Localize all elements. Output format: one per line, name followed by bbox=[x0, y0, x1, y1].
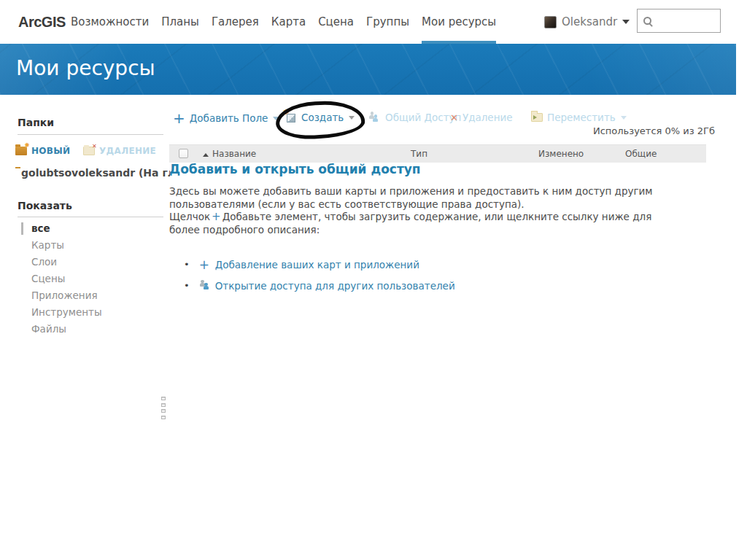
divider bbox=[18, 134, 163, 135]
items-table-header: Название Тип Изменено Общие bbox=[169, 144, 706, 163]
nav-item-my-content[interactable]: Мои ресурсы bbox=[422, 0, 496, 44]
delete-folder-button[interactable]: ✕ УДАЛЕНИЕ bbox=[83, 146, 156, 156]
main-nav: Возможности Планы Галерея Карта Сцена Гр… bbox=[71, 0, 508, 44]
move-button[interactable]: Переместить bbox=[531, 112, 627, 123]
create-button[interactable]: ✱ Создать bbox=[285, 112, 355, 123]
nav-item-map[interactable]: Карта bbox=[271, 0, 306, 44]
plus-icon: + bbox=[173, 112, 185, 125]
divider bbox=[18, 217, 163, 217]
folders-heading: Папки bbox=[18, 117, 54, 128]
column-header-title[interactable]: Название bbox=[203, 149, 256, 159]
search-input[interactable] bbox=[656, 15, 717, 26]
add-item-button[interactable]: + Добавить Поле bbox=[173, 112, 279, 125]
move-folder-icon bbox=[531, 113, 543, 122]
column-header-modified[interactable]: Изменено bbox=[538, 149, 584, 159]
page-banner: Мои ресурсы bbox=[0, 44, 736, 95]
placeholder-dots-decoration bbox=[161, 397, 166, 421]
plus-icon: + bbox=[210, 210, 222, 223]
new-folder-icon: ✸ bbox=[15, 147, 27, 155]
top-nav-bar: ArcGIS Возможности Планы Галерея Карта С… bbox=[0, 0, 747, 44]
add-maps-apps-link[interactable]: Добавление ваших карт и приложений bbox=[215, 259, 419, 271]
list-item: • + Добавление ваших карт и приложений bbox=[184, 254, 455, 275]
filter-files[interactable]: Файлы bbox=[21, 323, 102, 340]
column-header-type[interactable]: Тип bbox=[411, 149, 427, 159]
column-header-shared[interactable]: Общие bbox=[625, 149, 657, 159]
bullet: • bbox=[184, 259, 190, 270]
nav-item-plans[interactable]: Планы bbox=[161, 0, 199, 44]
description-paragraph-2: Щелчок+Добавьте элемент, чтобы загрузить… bbox=[169, 211, 680, 236]
filter-apps[interactable]: Приложения bbox=[21, 289, 102, 306]
sort-asc-icon bbox=[203, 153, 209, 157]
bullet: • bbox=[184, 280, 190, 291]
show-heading: Показать bbox=[18, 200, 72, 211]
new-folder-button[interactable]: ✸ НОВЫЙ bbox=[15, 146, 70, 156]
search-icon bbox=[643, 17, 651, 25]
page-title: Мои ресурсы bbox=[16, 56, 155, 80]
chevron-down-icon bbox=[349, 116, 355, 120]
chevron-down-icon bbox=[621, 116, 627, 120]
avatar bbox=[544, 16, 557, 28]
create-icon: ✱ bbox=[285, 112, 297, 123]
chevron-down-icon bbox=[273, 117, 279, 120]
filter-maps[interactable]: Карты bbox=[21, 239, 102, 256]
username: Oleksandr bbox=[562, 15, 617, 28]
share-button[interactable]: Общий Доступ bbox=[368, 112, 461, 123]
storage-usage-text: Используется 0% из 2Гб bbox=[593, 125, 715, 136]
search-box[interactable] bbox=[637, 9, 721, 33]
folder-item-root[interactable]: golubtsovoleksandr (На гл bbox=[15, 167, 170, 179]
user-menu[interactable]: Oleksandr bbox=[544, 0, 630, 44]
list-item: • Открытие доступа для других пользовате… bbox=[184, 275, 455, 296]
share-users-icon bbox=[199, 280, 211, 291]
delete-x-icon: ✕ bbox=[450, 112, 458, 123]
share-users-icon bbox=[368, 112, 381, 123]
empty-state-description: Здесь вы можете добавить ваши карты и пр… bbox=[169, 185, 680, 236]
description-paragraph-1: Здесь вы можете добавить ваши карты и пр… bbox=[169, 185, 680, 211]
empty-state-heading: Добавить и открыть общий доступ bbox=[169, 162, 421, 176]
filter-scenes[interactable]: Сцены bbox=[21, 273, 102, 289]
filter-tools[interactable]: Инструменты bbox=[21, 306, 102, 323]
nav-item-scene[interactable]: Сцена bbox=[318, 0, 354, 44]
nav-item-features[interactable]: Возможности bbox=[71, 0, 149, 44]
add-icon: + bbox=[199, 260, 209, 270]
help-link-list: • + Добавление ваших карт и приложений •… bbox=[184, 254, 455, 296]
delete-folder-icon: ✕ bbox=[83, 147, 95, 155]
filter-all[interactable]: все bbox=[21, 222, 102, 239]
share-access-link[interactable]: Открытие доступа для других пользователе… bbox=[215, 280, 455, 292]
nav-item-gallery[interactable]: Галерея bbox=[212, 0, 259, 44]
select-all-checkbox[interactable] bbox=[179, 149, 188, 158]
content-filter-list: все Карты Слои Сцены Приложения Инструме… bbox=[21, 222, 102, 340]
delete-button[interactable]: ✕ Удаление bbox=[450, 112, 513, 123]
arcgis-logo[interactable]: ArcGIS bbox=[18, 0, 66, 44]
filter-layers[interactable]: Слои bbox=[21, 256, 102, 273]
chevron-down-icon bbox=[622, 20, 630, 24]
nav-item-groups[interactable]: Группы bbox=[366, 0, 409, 44]
